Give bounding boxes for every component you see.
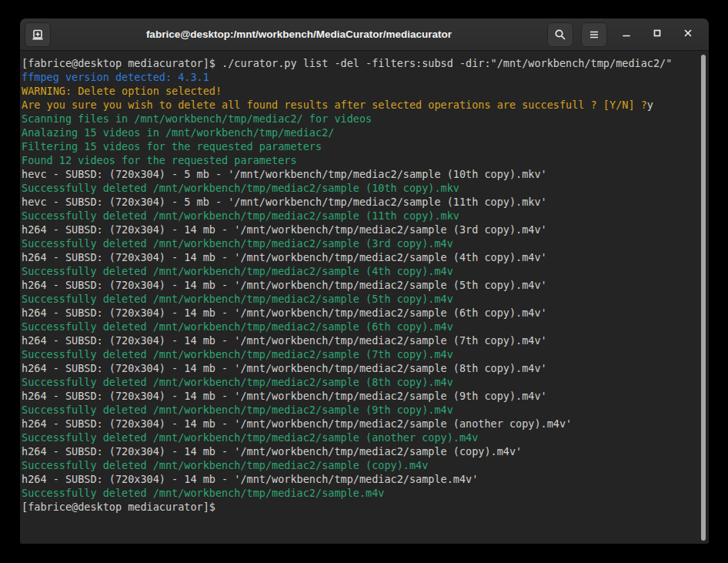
minimize-icon <box>620 27 633 42</box>
terminal-output[interactable]: [fabrice@desktop mediacurator]$ ./curato… <box>20 52 709 544</box>
terminal-line: hevc - SUBSD: (720x304) - 5 mb - '/mnt/w… <box>22 167 709 181</box>
terminal-line: Analazing 15 videos in /mnt/workbench/tm… <box>22 126 709 139</box>
terminal-line: Successfully deleted /mnt/workbench/tmp/… <box>22 375 709 389</box>
window-title: fabrice@desktop:/mnt/workbench/MediaCura… <box>82 28 516 40</box>
titlebar[interactable]: fabrice@desktop:/mnt/workbench/MediaCura… <box>20 18 709 51</box>
terminal-line: h264 - SUBSD: (720x304) - 14 mb - '/mnt/… <box>22 278 709 292</box>
terminal-line: [fabrice@desktop mediacurator]$ <box>22 500 709 514</box>
maximize-button[interactable] <box>646 23 669 46</box>
scrollbar-thumb[interactable] <box>701 55 706 541</box>
terminal-line: h264 - SUBSD: (720x304) - 14 mb - '/mnt/… <box>22 333 709 347</box>
minimize-button[interactable] <box>615 23 638 46</box>
terminal-line: h264 - SUBSD: (720x304) - 14 mb - '/mnt/… <box>22 472 709 486</box>
terminal-line: Successfully deleted /mnt/workbench/tmp/… <box>22 431 709 444</box>
maximize-icon <box>651 27 663 42</box>
terminal-line: h264 - SUBSD: (720x304) - 14 mb - '/mnt/… <box>22 417 709 431</box>
terminal-line: ffmpeg version detected: 4.3.1 <box>22 70 709 84</box>
terminal-line: Successfully deleted /mnt/workbench/tmp/… <box>22 458 709 472</box>
hamburger-menu-icon <box>588 28 600 41</box>
search-button[interactable] <box>547 22 573 47</box>
terminal-line: Successfully deleted /mnt/workbench/tmp/… <box>22 403 709 417</box>
terminal-line: h264 - SUBSD: (720x304) - 14 mb - '/mnt/… <box>22 361 709 375</box>
terminal-line: Successfully deleted /mnt/workbench/tmp/… <box>22 292 709 306</box>
terminal-line: Successfully deleted /mnt/workbench/tmp/… <box>22 264 709 278</box>
terminal-line: Successfully deleted /mnt/workbench/tmp/… <box>22 320 709 333</box>
new-tab-icon <box>32 28 44 41</box>
menu-button[interactable] <box>581 22 607 47</box>
terminal-line: Successfully deleted /mnt/workbench/tmp/… <box>22 347 709 361</box>
terminal-line: h264 - SUBSD: (720x304) - 14 mb - '/mnt/… <box>22 306 709 320</box>
terminal-line: h264 - SUBSD: (720x304) - 14 mb - '/mnt/… <box>22 250 709 264</box>
terminal-line: hevc - SUBSD: (720x304) - 5 mb - '/mnt/w… <box>22 195 709 209</box>
terminal-line: h264 - SUBSD: (720x304) - 14 mb - '/mnt/… <box>22 389 709 403</box>
terminal-line: Scanning files in /mnt/workbench/tmp/med… <box>22 112 709 126</box>
terminal-line: [fabrice@desktop mediacurator]$ ./curato… <box>22 56 709 70</box>
terminal-line: Successfully deleted /mnt/workbench/tmp/… <box>22 209 709 223</box>
terminal-window: fabrice@desktop:/mnt/workbench/MediaCura… <box>20 18 709 544</box>
terminal-line: Successfully deleted /mnt/workbench/tmp/… <box>22 486 709 500</box>
terminal-line: WARNING: Delete option selected! <box>22 84 709 98</box>
close-icon <box>682 27 694 42</box>
terminal-line: h264 - SUBSD: (720x304) - 14 mb - '/mnt/… <box>22 444 709 458</box>
terminal-line: Found 12 videos for the requested parame… <box>22 153 709 167</box>
terminal-line: Successfully deleted /mnt/workbench/tmp/… <box>22 181 709 195</box>
new-tab-button[interactable] <box>25 22 51 47</box>
terminal-line: h264 - SUBSD: (720x304) - 14 mb - '/mnt/… <box>22 223 709 236</box>
terminal-line: Are you sure you wish to delete all foun… <box>22 98 709 112</box>
search-icon <box>554 28 566 41</box>
close-button[interactable] <box>676 23 700 46</box>
terminal-line: Successfully deleted /mnt/workbench/tmp/… <box>22 236 709 250</box>
terminal-line: Filtering 15 videos for the requested pa… <box>22 139 709 153</box>
